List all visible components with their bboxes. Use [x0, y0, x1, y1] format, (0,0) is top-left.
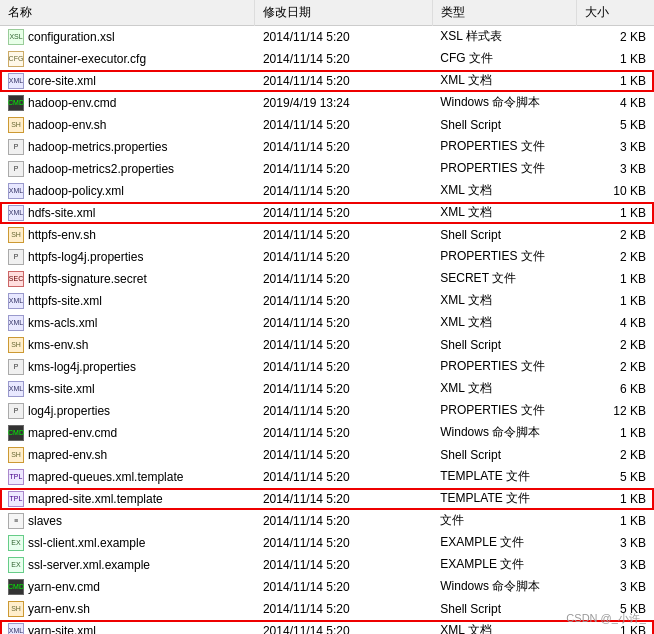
table-row[interactable]: TPLmapred-site.xml.template2014/11/14 5:… [0, 488, 654, 510]
file-size: 1 KB [576, 48, 654, 70]
file-date: 2014/11/14 5:20 [255, 444, 432, 466]
table-row[interactable]: Phttpfs-log4j.properties2014/11/14 5:20P… [0, 246, 654, 268]
file-size: 3 KB [576, 136, 654, 158]
table-row[interactable]: SHyarn-env.sh2014/11/14 5:20Shell Script… [0, 598, 654, 620]
table-row[interactable]: CMDyarn-env.cmd2014/11/14 5:20Windows 命令… [0, 576, 654, 598]
table-row[interactable]: XMLhdfs-site.xml2014/11/14 5:20XML 文档1 K… [0, 202, 654, 224]
file-size: 4 KB [576, 92, 654, 114]
cmd-icon: CMD [8, 425, 24, 441]
prop-icon: P [8, 161, 24, 177]
file-type: XML 文档 [432, 202, 576, 224]
file-date: 2014/11/14 5:20 [255, 224, 432, 246]
file-size: 10 KB [576, 180, 654, 202]
file-size: 2 KB [576, 356, 654, 378]
file-size: 12 KB [576, 400, 654, 422]
table-row[interactable]: ≡slaves2014/11/14 5:20文件1 KB [0, 510, 654, 532]
file-date: 2014/11/14 5:20 [255, 488, 432, 510]
sh-icon: SH [8, 227, 24, 243]
xml-icon: XML [8, 73, 24, 89]
table-row[interactable]: SEChttpfs-signature.secret2014/11/14 5:2… [0, 268, 654, 290]
file-type: XML 文档 [432, 620, 576, 635]
col-header-name[interactable]: 名称 [0, 0, 255, 26]
file-date: 2014/11/14 5:20 [255, 312, 432, 334]
table-row[interactable]: CMDhadoop-env.cmd2019/4/19 13:24Windows … [0, 92, 654, 114]
file-type: TEMPLATE 文件 [432, 488, 576, 510]
table-row[interactable]: CFGcontainer-executor.cfg2014/11/14 5:20… [0, 48, 654, 70]
xml-icon: XML [8, 381, 24, 397]
cmd-icon: CMD [8, 95, 24, 111]
file-name: container-executor.cfg [28, 52, 146, 66]
file-name: kms-acls.xml [28, 316, 97, 330]
table-row[interactable]: XMLhadoop-policy.xml2014/11/14 5:20XML 文… [0, 180, 654, 202]
table-row[interactable]: XMLkms-site.xml2014/11/14 5:20XML 文档6 KB [0, 378, 654, 400]
file-size: 3 KB [576, 158, 654, 180]
file-size: 2 KB [576, 224, 654, 246]
file-date: 2014/11/14 5:20 [255, 510, 432, 532]
table-row[interactable]: EXssl-client.xml.example2014/11/14 5:20E… [0, 532, 654, 554]
table-row[interactable]: XMLcore-site.xml2014/11/14 5:20XML 文档1 K… [0, 70, 654, 92]
xml-icon: XML [8, 315, 24, 331]
file-type: 文件 [432, 510, 576, 532]
table-row[interactable]: CMDmapred-env.cmd2014/11/14 5:20Windows … [0, 422, 654, 444]
file-size: 2 KB [576, 26, 654, 48]
file-size: 1 KB [576, 488, 654, 510]
file-name: httpfs-signature.secret [28, 272, 147, 286]
table-row[interactable]: Pkms-log4j.properties2014/11/14 5:20PROP… [0, 356, 654, 378]
col-header-type[interactable]: 类型 [432, 0, 576, 26]
table-row[interactable]: SHkms-env.sh2014/11/14 5:20Shell Script2… [0, 334, 654, 356]
col-header-size[interactable]: 大小 [576, 0, 654, 26]
table-row[interactable]: XMLhttpfs-site.xml2014/11/14 5:20XML 文档1… [0, 290, 654, 312]
file-type: SECRET 文件 [432, 268, 576, 290]
table-row[interactable]: XMLyarn-site.xml2014/11/14 5:20XML 文档1 K… [0, 620, 654, 635]
table-row[interactable]: Plog4j.properties2014/11/14 5:20PROPERTI… [0, 400, 654, 422]
col-header-date[interactable]: 修改日期 [255, 0, 432, 26]
table-row[interactable]: XSLconfiguration.xsl2014/11/14 5:20XSL 样… [0, 26, 654, 48]
file-size: 2 KB [576, 444, 654, 466]
xml-icon: XML [8, 293, 24, 309]
xml-icon: XML [8, 623, 24, 635]
file-name: mapred-env.cmd [28, 426, 117, 440]
file-name: core-site.xml [28, 74, 96, 88]
table-row[interactable]: Phadoop-metrics2.properties2014/11/14 5:… [0, 158, 654, 180]
file-icon: ≡ [8, 513, 24, 529]
file-name: yarn-env.sh [28, 602, 90, 616]
file-date: 2014/11/14 5:20 [255, 598, 432, 620]
file-date: 2014/11/14 5:20 [255, 400, 432, 422]
file-name: hadoop-env.cmd [28, 96, 117, 110]
table-row[interactable]: SHhttpfs-env.sh2014/11/14 5:20Shell Scri… [0, 224, 654, 246]
file-name: kms-site.xml [28, 382, 95, 396]
file-date: 2014/11/14 5:20 [255, 576, 432, 598]
file-date: 2014/11/14 5:20 [255, 532, 432, 554]
file-date: 2014/11/14 5:20 [255, 70, 432, 92]
file-name: ssl-server.xml.example [28, 558, 150, 572]
file-size: 6 KB [576, 378, 654, 400]
table-row[interactable]: TPLmapred-queues.xml.template2014/11/14 … [0, 466, 654, 488]
secret-icon: SEC [8, 271, 24, 287]
file-date: 2014/11/14 5:20 [255, 378, 432, 400]
file-name: configuration.xsl [28, 30, 115, 44]
table-row[interactable]: SHmapred-env.sh2014/11/14 5:20Shell Scri… [0, 444, 654, 466]
file-date: 2014/11/14 5:20 [255, 620, 432, 635]
cmd-icon: CMD [8, 579, 24, 595]
file-size: 4 KB [576, 312, 654, 334]
file-name: httpfs-log4j.properties [28, 250, 143, 264]
file-name: hadoop-metrics2.properties [28, 162, 174, 176]
file-type: EXAMPLE 文件 [432, 554, 576, 576]
sh-icon: SH [8, 601, 24, 617]
file-size: 2 KB [576, 246, 654, 268]
file-name: slaves [28, 514, 62, 528]
file-type: Shell Script [432, 334, 576, 356]
file-date: 2019/4/19 13:24 [255, 92, 432, 114]
file-type: Windows 命令脚本 [432, 576, 576, 598]
file-type: EXAMPLE 文件 [432, 532, 576, 554]
table-row[interactable]: XMLkms-acls.xml2014/11/14 5:20XML 文档4 KB [0, 312, 654, 334]
file-type: XML 文档 [432, 70, 576, 92]
table-row[interactable]: EXssl-server.xml.example2014/11/14 5:20E… [0, 554, 654, 576]
file-size: 1 KB [576, 422, 654, 444]
file-name: httpfs-site.xml [28, 294, 102, 308]
table-row[interactable]: SHhadoop-env.sh2014/11/14 5:20Shell Scri… [0, 114, 654, 136]
file-name: hadoop-policy.xml [28, 184, 124, 198]
file-date: 2014/11/14 5:20 [255, 554, 432, 576]
file-name: hadoop-env.sh [28, 118, 107, 132]
table-row[interactable]: Phadoop-metrics.properties2014/11/14 5:2… [0, 136, 654, 158]
